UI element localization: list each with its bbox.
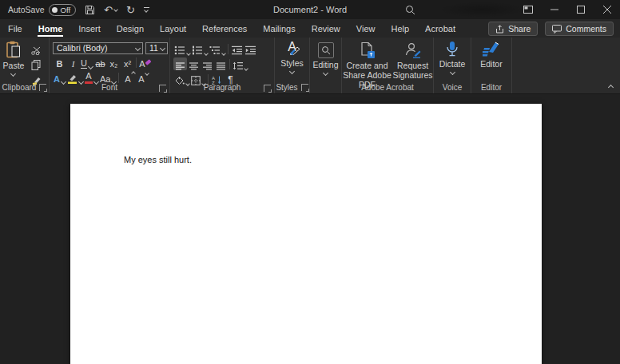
paste-dropdown-icon[interactable] [10,71,16,77]
superscript-button[interactable]: x² [121,56,134,69]
cut-button[interactable] [30,42,43,55]
font-size-combobox[interactable]: 11 [145,42,168,54]
multilevel-list-button[interactable] [209,42,226,55]
ribbon-display-options-button[interactable] [515,0,541,19]
align-right-button[interactable] [201,57,214,70]
font-color-button[interactable]: A [84,71,99,84]
bold-button[interactable]: B [53,56,66,69]
editor-label: Editor [480,59,502,69]
cut-icon [31,46,42,55]
italic-button[interactable]: I [66,56,80,69]
minimize-button[interactable] [541,0,567,19]
tab-insert[interactable]: Insert [70,19,109,38]
customize-quick-access-button[interactable] [144,7,149,12]
comments-button[interactable]: Comments [545,22,614,36]
group-adobe-acrobat: Create and Share Adobe PDF Request Signa… [342,38,434,93]
clipboard-dialog-launcher[interactable] [39,84,46,91]
clear-formatting-button[interactable]: A [138,56,152,69]
document-body-text[interactable]: My eyes still hurt. [124,155,192,164]
editing-dropdown-icon[interactable] [323,70,328,76]
undo-button[interactable]: ↶ [104,5,117,15]
adobe-group-label: Adobe Acrobat [361,83,414,92]
group-paragraph: A Z ¶ Paragraph [170,38,275,93]
autosave-toggle[interactable]: Off [49,4,77,16]
underline-button[interactable]: U [80,56,93,69]
font-family-combobox[interactable]: Calibri (Body) [53,42,143,54]
search-button[interactable] [403,4,416,15]
dictate-label: Dictate [439,59,466,69]
tab-design[interactable]: Design [109,19,152,38]
paste-label: Paste [3,61,25,70]
chevron-down-icon [160,45,165,50]
line-spacing-dropdown-icon[interactable] [244,66,248,71]
comments-icon [552,25,562,34]
font-dialog-launcher[interactable] [159,85,166,92]
redo-button[interactable]: ↻ [126,5,135,15]
tab-view[interactable]: View [348,19,384,38]
editing-button[interactable]: Editing [310,41,341,75]
paragraph-group-label: Paragraph [204,83,241,92]
paragraph-dialog-launcher[interactable] [264,85,271,92]
numbering-dropdown-icon[interactable] [204,51,209,56]
align-center-button[interactable] [187,57,201,70]
document-page[interactable]: My eyes still hurt. [70,104,542,364]
tab-layout[interactable]: Layout [152,19,194,38]
numbering-button[interactable] [191,42,209,55]
change-case-button[interactable]: Aa [99,71,117,84]
grow-font-button[interactable]: A [121,71,134,84]
multilevel-dropdown-icon[interactable] [221,51,226,56]
bullets-icon [174,46,185,55]
dictate-dropdown-icon[interactable] [449,69,455,75]
justify-button[interactable] [214,57,228,70]
close-button[interactable] [594,0,620,19]
divider [118,73,119,83]
clear-formatting-glyph: A [139,59,145,69]
save-button[interactable] [85,5,95,15]
redo-icon: ↻ [126,5,135,15]
minimize-icon [550,6,558,14]
text-highlight-button[interactable] [66,71,84,84]
styles-button[interactable]: A Styles [275,41,309,73]
document-canvas[interactable]: My eyes still hurt. [0,94,620,364]
group-voice: Dictate Voice [434,38,471,93]
underline-dropdown-icon[interactable] [88,64,93,69]
subscript-button[interactable]: x₂ [107,56,121,69]
search-icon [405,5,415,15]
copy-button[interactable] [30,57,43,70]
decrease-indent-icon [232,46,242,55]
share-button[interactable]: Share [488,22,538,36]
text-effects-button[interactable]: A [53,71,66,84]
dictate-button[interactable]: Dictate [434,41,471,74]
align-left-button[interactable] [173,57,187,70]
decrease-indent-button[interactable] [230,42,244,55]
editor-group-footer: Editor [471,83,511,92]
tab-file[interactable]: File [0,19,30,38]
increase-indent-icon [245,46,256,55]
tab-mailings[interactable]: Mailings [255,19,303,38]
undo-dropdown-icon[interactable] [113,7,118,12]
line-spacing-button[interactable] [232,57,248,70]
chevron-down-icon [145,8,149,13]
font-group-footer: Font [50,83,169,92]
strikethrough-button[interactable]: ab [93,56,107,69]
bullets-dropdown-icon[interactable] [186,51,191,56]
editing-icon [318,42,334,58]
shrink-font-button[interactable]: A [134,71,148,84]
window-controls [515,0,620,19]
bullets-button[interactable] [173,42,191,55]
tab-home[interactable]: Home [30,19,71,38]
editor-button[interactable]: Editor [471,41,511,69]
divider [229,59,230,69]
maximize-button[interactable] [567,0,594,19]
svg-text:A: A [212,76,215,81]
styles-dialog-launcher[interactable] [301,84,308,91]
styles-dropdown-icon[interactable] [289,69,295,74]
save-icon [85,5,95,15]
tab-help[interactable]: Help [383,19,417,38]
tab-review[interactable]: Review [304,19,348,38]
ribbon-empty-space [512,38,620,93]
increase-indent-button[interactable] [244,42,257,55]
tab-references[interactable]: References [194,19,255,38]
tab-acrobat[interactable]: Acrobat [417,19,463,38]
group-styles: A Styles Styles [275,38,310,93]
